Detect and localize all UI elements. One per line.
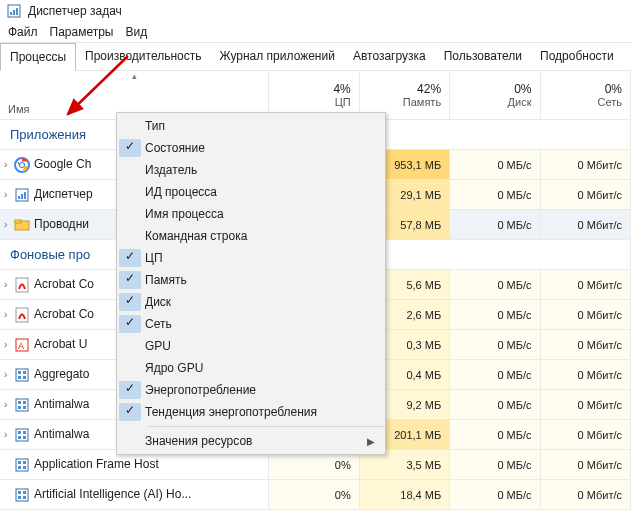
tab-app-history[interactable]: Журнал приложений <box>211 43 344 70</box>
process-icon <box>14 397 30 413</box>
context-menu-item[interactable]: ИД процесса <box>117 181 385 203</box>
cell-network: 0 Мбит/с <box>540 480 630 510</box>
process-name: Acrobat Co <box>34 307 94 321</box>
svg-rect-35 <box>23 461 26 464</box>
svg-rect-13 <box>15 220 21 223</box>
svg-rect-25 <box>23 401 26 404</box>
context-menu-item[interactable]: Имя процесса <box>117 203 385 225</box>
expand-icon[interactable]: › <box>4 399 14 410</box>
context-menu-item[interactable]: ✓Диск <box>117 291 385 313</box>
svg-rect-21 <box>18 376 21 379</box>
context-menu-label: Тип <box>145 119 375 133</box>
context-menu-item[interactable]: Ядро GPU <box>117 357 385 379</box>
cell-disk: 0 МБ/с <box>450 210 540 240</box>
process-name: Acrobat Co <box>34 277 94 291</box>
svg-rect-11 <box>24 192 26 199</box>
svg-rect-23 <box>16 399 28 411</box>
expand-icon[interactable]: › <box>4 429 14 440</box>
svg-rect-29 <box>18 431 21 434</box>
svg-rect-33 <box>16 459 28 471</box>
window-title: Диспетчер задач <box>28 4 122 18</box>
svg-rect-34 <box>18 461 21 464</box>
process-name: Aggregato <box>34 367 89 381</box>
context-menu-item[interactable]: ✓Энергопотребление <box>117 379 385 401</box>
menu-options[interactable]: Параметры <box>50 25 114 39</box>
svg-rect-19 <box>18 371 21 374</box>
context-menu-label: Сеть <box>145 317 375 331</box>
svg-rect-1 <box>10 12 12 15</box>
process-icon <box>14 367 30 383</box>
cell-disk: 0 МБ/с <box>450 330 540 360</box>
cell-disk: 0 МБ/с <box>450 420 540 450</box>
process-name: Antimalwa <box>34 427 89 441</box>
svg-rect-41 <box>18 496 21 499</box>
cell-disk: 0 МБ/с <box>450 360 540 390</box>
tab-performance[interactable]: Производительность <box>76 43 210 70</box>
process-icon <box>14 427 30 443</box>
tab-details[interactable]: Подробности <box>531 43 623 70</box>
svg-rect-37 <box>23 466 26 469</box>
tab-users[interactable]: Пользователи <box>435 43 531 70</box>
sort-indicator-icon: ▴ <box>132 71 137 81</box>
context-menu-label: Тенденция энергопотребления <box>145 405 375 419</box>
context-menu-label: ЦП <box>145 251 375 265</box>
svg-point-7 <box>20 163 24 167</box>
context-menu-item[interactable]: Командная строка <box>117 225 385 247</box>
cell-network: 0 Мбит/с <box>540 450 630 480</box>
tab-startup[interactable]: Автозагрузка <box>344 43 435 70</box>
expand-icon[interactable]: › <box>4 219 14 230</box>
cell-network: 0 Мбит/с <box>540 420 630 450</box>
cell-disk: 0 МБ/с <box>450 270 540 300</box>
expand-icon[interactable]: › <box>4 309 14 320</box>
process-icon <box>14 277 30 293</box>
svg-text:A: A <box>18 341 24 351</box>
tab-services[interactable]: Служб <box>623 43 631 70</box>
process-name: Acrobat U <box>34 337 87 351</box>
cell-cpu: 0% <box>269 480 359 510</box>
expand-icon[interactable]: › <box>4 369 14 380</box>
menubar: Файл Параметры Вид <box>0 22 631 42</box>
svg-rect-42 <box>23 496 26 499</box>
process-icon <box>14 307 30 323</box>
expand-icon[interactable]: › <box>4 339 14 350</box>
tab-processes[interactable]: Процессы <box>0 43 76 71</box>
expand-icon[interactable]: › <box>4 279 14 290</box>
context-menu-item[interactable]: Значения ресурсов▶ <box>117 430 385 452</box>
menu-view[interactable]: Вид <box>125 25 147 39</box>
process-name: Antimalwa <box>34 397 89 411</box>
context-menu-item[interactable]: ✓Тенденция энергопотребления <box>117 401 385 423</box>
svg-rect-38 <box>16 489 28 501</box>
cell-network: 0 Мбит/с <box>540 360 630 390</box>
column-header-network[interactable]: 0%Сеть <box>540 71 630 120</box>
expand-icon[interactable]: › <box>4 189 14 200</box>
context-menu-item[interactable]: Тип <box>117 115 385 137</box>
context-menu-label: Память <box>145 273 375 287</box>
menu-file[interactable]: Файл <box>8 25 38 39</box>
context-menu-label: GPU <box>145 339 375 353</box>
column-header-disk[interactable]: 0%Диск <box>450 71 540 120</box>
context-menu-item[interactable]: ✓Сеть <box>117 313 385 335</box>
process-name: Диспетчер <box>34 187 93 201</box>
cell-network: 0 Мбит/с <box>540 210 630 240</box>
process-row[interactable]: Artificial Intelligence (AI) Ho...0%18,4… <box>0 480 631 510</box>
process-name: Artificial Intelligence (AI) Ho... <box>34 487 191 501</box>
context-menu-label: Имя процесса <box>145 207 375 221</box>
context-menu-label: ИД процесса <box>145 185 375 199</box>
cell-disk: 0 МБ/с <box>450 300 540 330</box>
context-menu-item[interactable]: ✓Память <box>117 269 385 291</box>
cell-network: 0 Мбит/с <box>540 390 630 420</box>
check-icon: ✓ <box>119 403 141 421</box>
svg-rect-10 <box>21 194 23 199</box>
context-menu-item[interactable]: Издатель <box>117 159 385 181</box>
context-menu-item[interactable]: ✓Состояние <box>117 137 385 159</box>
context-menu-item[interactable]: ✓ЦП <box>117 247 385 269</box>
check-icon: ✓ <box>119 139 141 157</box>
context-menu-label: Состояние <box>145 141 375 155</box>
context-menu-label: Диск <box>145 295 375 309</box>
process-icon <box>14 187 30 203</box>
process-icon: A <box>14 337 30 353</box>
process-name: Google Ch <box>34 157 91 171</box>
context-menu-item[interactable]: GPU <box>117 335 385 357</box>
svg-rect-36 <box>18 466 21 469</box>
expand-icon[interactable]: › <box>4 159 14 170</box>
